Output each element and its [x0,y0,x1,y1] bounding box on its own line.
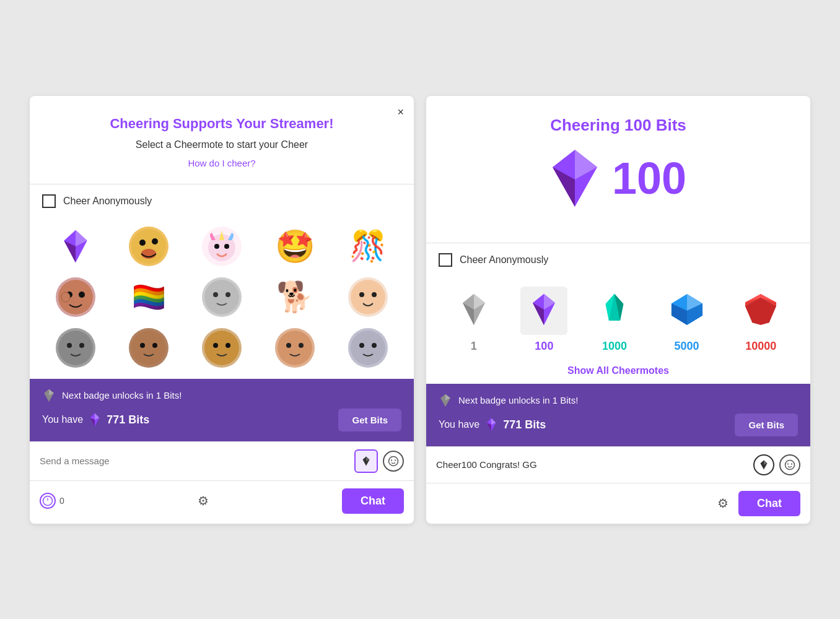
svg-point-33 [351,331,385,365]
bits-bar-right: Next badge unlocks in 1 Bits! You have 7… [426,384,810,446]
message-input-right[interactable] [436,459,748,470]
cheermote-face-9[interactable] [335,326,401,370]
bits-count-left: 771 Bits [107,413,149,426]
cheermote-heart[interactable]: 🤩 [261,224,328,269]
tier-gem-10000 [735,287,786,335]
cheermote-confetti[interactable]: 🎊 [335,224,401,269]
chat-button-left[interactable]: Chat [342,488,404,514]
tier-gem-1 [450,287,497,335]
svg-point-31 [286,343,291,348]
tier-value-1000: 1000 [602,340,627,353]
tier-item-10000[interactable]: 10000 [735,287,786,353]
svg-point-20 [372,292,377,297]
svg-point-43 [389,456,398,465]
cheermote-unicorn[interactable] [188,224,255,269]
svg-point-75 [785,460,795,469]
cheermote-face-2[interactable] [42,275,109,319]
cheering-title: Cheering 100 Bits [441,116,795,135]
timer-circle-left [40,493,56,509]
anon-checkbox-right[interactable] [439,253,452,267]
next-badge-right: Next badge unlocks in 1 Bits! [439,394,798,407]
svg-point-30 [278,331,312,365]
svg-point-21 [58,331,93,365]
gear-icon-left[interactable]: ⚙ [198,493,209,508]
cheermote-gem[interactable] [42,224,109,269]
bits-bar-bottom-left: You have 771 Bits Get Bits [42,409,401,431]
big-gem-section: 100 [441,135,795,228]
svg-point-45 [395,459,396,461]
tier-item-5000[interactable]: 5000 [662,287,712,353]
cheermote-grid: 🤩 🎊 🏳️‍🌈 [30,218,414,379]
cheermote-face-6[interactable] [115,326,182,370]
timer-number-left: 0 [59,496,64,506]
svg-point-28 [213,343,218,348]
gear-icon-right[interactable]: ⚙ [717,496,728,511]
svg-point-32 [299,343,304,348]
tier-row: 1 100 [426,277,810,358]
left-panel-title: Cheering Supports Your Streamer! [45,116,399,132]
emoji-button-right[interactable] [779,454,800,475]
tier-item-100[interactable]: 100 [520,287,567,353]
tier-value-10000: 10000 [745,340,776,353]
tier-gem-100 [520,287,567,335]
tier-value-5000: 5000 [675,340,699,353]
chat-button-right[interactable]: Chat [738,491,800,516]
svg-point-76 [787,463,789,464]
cheermote-face-8[interactable] [261,326,328,370]
svg-point-5 [152,238,158,245]
svg-point-25 [140,343,145,348]
svg-point-29 [225,343,230,348]
gem-button-right[interactable] [753,454,774,475]
tier-value-100: 100 [535,340,553,353]
close-button[interactable]: × [397,106,404,119]
cheermote-rainbow[interactable]: 🏳️‍🌈 [115,275,182,319]
svg-point-24 [131,331,166,365]
svg-point-26 [152,343,157,348]
svg-point-35 [372,343,377,348]
anon-checkbox-left[interactable] [42,194,56,208]
tier-item-1[interactable]: 1 [450,287,497,353]
cheermote-face-4[interactable] [335,275,401,319]
svg-point-34 [359,343,364,348]
get-bits-button-right[interactable]: Get Bits [735,413,798,436]
svg-point-15 [204,280,239,314]
tier-value-1: 1 [471,340,477,353]
show-all-cheermotes-link[interactable]: Show All Cheermotes [426,358,810,384]
message-input-row-right [426,446,810,483]
anon-row-right: Cheer Anonymously [426,243,810,277]
svg-point-10 [224,244,229,249]
right-panel-header: Cheering 100 Bits 100 [426,96,810,243]
left-panel-header: × Cheering Supports Your Streamer! Selec… [30,96,414,184]
svg-point-17 [225,292,230,297]
svg-point-44 [391,459,392,461]
gem-button-left[interactable] [354,449,378,473]
message-input-left[interactable] [40,456,349,466]
svg-point-19 [359,292,364,297]
svg-point-27 [204,331,239,365]
cheermote-dog[interactable]: 🐕 [261,275,328,319]
you-have-left: You have 771 Bits [42,413,149,426]
timer-section-left: 0 [40,493,64,509]
bits-count-right: 771 Bits [503,418,546,431]
cheermote-face-7[interactable] [188,326,255,370]
emoji-button-left[interactable] [383,451,404,472]
cheermote-face-3[interactable] [188,275,255,319]
anon-label-right: Cheer Anonymously [460,254,548,266]
svg-point-23 [79,343,84,348]
how-to-cheer-link[interactable]: How do I cheer? [188,158,255,168]
bits-bar-left: Next badge unlocks in 1 Bits! You have 7… [30,379,414,441]
get-bits-button-left[interactable]: Get Bits [338,409,401,431]
left-panel: × Cheering Supports Your Streamer! Selec… [30,96,414,524]
svg-point-22 [67,343,72,348]
svg-point-77 [791,463,792,464]
cheermote-face-5[interactable] [42,326,109,370]
big-number-display: 100 [612,153,686,204]
bits-bar-bottom-right: You have 771 Bits Get Bits [439,413,798,436]
svg-point-16 [213,292,218,297]
tier-item-1000[interactable]: 1000 [591,287,638,353]
left-panel-subtitle: Select a Cheermote to start your Cheer [45,139,399,150]
next-badge-left: Next badge unlocks in 1 Bits! [42,389,401,402]
cheermote-face-1[interactable] [115,224,182,269]
tier-gem-1000 [591,287,638,335]
svg-point-4 [139,240,146,246]
